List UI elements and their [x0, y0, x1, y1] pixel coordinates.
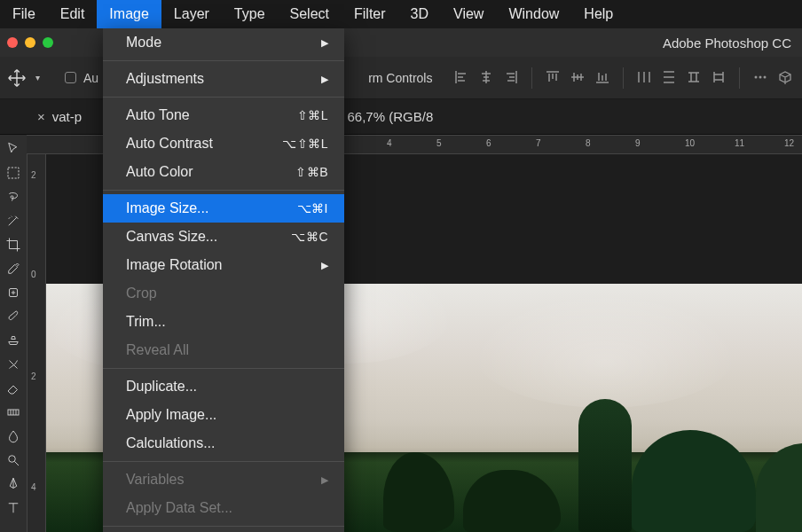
menu-item-label: Auto Color — [126, 164, 193, 180]
eraser-tool[interactable] — [0, 376, 27, 400]
menu-item-label: Variables — [126, 472, 185, 488]
minimize-window-button[interactable] — [25, 37, 35, 48]
menu-item-auto-color[interactable]: Auto Color⇧⌘B — [103, 158, 344, 186]
menu-item-label: Adjustments — [126, 71, 204, 87]
menu-separator — [103, 461, 344, 462]
menu-item-label: Apply Data Set... — [126, 500, 232, 516]
menu-item-shortcut: ⌥⇧⌘L — [282, 137, 328, 151]
menu-item-label: Calculations... — [126, 435, 216, 451]
menu-file[interactable]: File — [0, 0, 48, 28]
align-left-icon[interactable] — [452, 67, 471, 87]
menu-item-label: Auto Tone — [126, 107, 190, 123]
submenu-arrow-icon: ▶ — [321, 474, 328, 486]
ruler-h-tick: 10 — [685, 138, 695, 148]
menu-item-image-rotation[interactable]: Image Rotation▶ — [103, 251, 344, 279]
menu-layer[interactable]: Layer — [161, 0, 222, 28]
document-zoom-colormode: @ 66,7% (RGB/8 — [330, 109, 433, 124]
eyedropper-tool[interactable] — [0, 256, 27, 280]
svg-point-1 — [759, 75, 762, 78]
menu-separator — [103, 526, 344, 527]
menu-item-calculations[interactable]: Calculations... — [103, 429, 344, 458]
menu-image[interactable]: Image — [97, 0, 161, 28]
close-window-button[interactable] — [7, 37, 18, 48]
menu-item-image-size[interactable]: Image Size...⌥⌘I — [103, 194, 344, 223]
chevron-down-icon[interactable]: ▾ — [35, 73, 40, 82]
move-tool-icon[interactable] — [7, 68, 27, 88]
distribute-spacing-h-icon[interactable] — [684, 67, 704, 87]
menu-item-label: Duplicate... — [126, 379, 197, 395]
image-content — [472, 293, 738, 408]
menu-item-label: Canvas Size... — [126, 229, 217, 245]
image-content — [578, 399, 632, 532]
history-brush-tool[interactable] — [0, 352, 27, 376]
menu-edit[interactable]: Edit — [48, 0, 98, 28]
align-top-icon[interactable] — [543, 67, 562, 87]
marquee-tool[interactable] — [0, 160, 27, 184]
align-bottom-icon[interactable] — [593, 67, 612, 87]
menu-item-trim[interactable]: Trim... — [103, 308, 344, 336]
clone-stamp-tool[interactable] — [0, 328, 27, 352]
menu-item-apply-data-set: Apply Data Set... — [103, 494, 344, 522]
tools-panel — [0, 135, 27, 532]
menu-item-duplicate[interactable]: Duplicate... — [103, 372, 344, 401]
submenu-arrow-icon: ▶ — [321, 37, 328, 49]
crop-tool[interactable] — [0, 232, 27, 256]
menu-help[interactable]: Help — [571, 0, 625, 28]
close-tab-icon[interactable]: × — [37, 109, 45, 124]
menu-window[interactable]: Window — [496, 0, 571, 28]
ruler-v-tick: 4 — [31, 482, 36, 492]
spot-healing-tool[interactable] — [0, 280, 27, 304]
document-tab-filename[interactable]: vat-p — [52, 109, 82, 124]
maximize-window-button[interactable] — [43, 37, 53, 48]
menu-item-adjustments[interactable]: Adjustments▶ — [103, 65, 344, 93]
auto-select-label: Au — [83, 71, 98, 85]
menu-filter[interactable]: Filter — [342, 0, 398, 28]
ruler-v-tick: 0 — [31, 270, 36, 279]
ruler-vertical[interactable]: 2024 — [27, 154, 46, 532]
menu-item-mode[interactable]: Mode▶ — [103, 28, 344, 57]
ruler-h-tick: 12 — [784, 138, 794, 148]
image-menu-dropdown: Mode▶Adjustments▶Auto Tone⇧⌘LAuto Contra… — [103, 28, 344, 532]
distribute-spacing-v-icon[interactable] — [709, 67, 728, 87]
menu-item-label: Mode — [126, 35, 161, 51]
more-options-icon[interactable] — [751, 67, 770, 87]
menu-item-shortcut: ⌥⌘C — [291, 230, 328, 244]
brush-tool[interactable] — [0, 304, 27, 328]
menu-item-label: Auto Contrast — [126, 136, 213, 152]
ruler-h-tick: 11 — [735, 138, 744, 148]
menu-type[interactable]: Type — [222, 0, 278, 28]
move-tool[interactable] — [0, 137, 27, 160]
align-vcenter-icon[interactable] — [568, 67, 587, 87]
menu-item-canvas-size[interactable]: Canvas Size...⌥⌘C — [103, 223, 344, 251]
menu-item-auto-contrast[interactable]: Auto Contrast⌥⇧⌘L — [103, 129, 344, 158]
ruler-h-tick: 6 — [486, 138, 491, 148]
lasso-tool[interactable] — [0, 184, 27, 208]
auto-select-checkbox[interactable] — [65, 72, 76, 83]
menu-view[interactable]: View — [441, 0, 496, 28]
type-tool[interactable] — [0, 496, 27, 520]
pen-tool[interactable] — [0, 472, 27, 496]
blur-tool[interactable] — [0, 424, 27, 448]
3d-mode-icon[interactable] — [775, 67, 795, 87]
menu-separator — [103, 368, 344, 369]
menu-select[interactable]: Select — [278, 0, 342, 28]
distribute-v-icon[interactable] — [659, 67, 679, 87]
menu-item-label: Trim... — [126, 314, 166, 330]
svg-rect-3 — [8, 168, 19, 178]
menu-item-reveal-all: Reveal All — [103, 336, 344, 364]
ruler-v-tick: 2 — [31, 170, 36, 180]
distribute-h-icon[interactable] — [634, 67, 654, 87]
align-right-icon[interactable] — [501, 67, 521, 87]
system-menubar: FileEditImageLayerTypeSelectFilter3DView… — [0, 0, 802, 28]
menu-3d[interactable]: 3D — [398, 0, 441, 28]
align-hcenter-icon[interactable] — [476, 67, 496, 87]
dodge-tool[interactable] — [0, 448, 27, 472]
ruler-v-tick: 2 — [31, 372, 36, 381]
ruler-h-tick: 7 — [536, 138, 541, 148]
gradient-tool[interactable] — [0, 400, 27, 424]
menu-item-auto-tone[interactable]: Auto Tone⇧⌘L — [103, 101, 344, 129]
magic-wand-tool[interactable] — [0, 208, 27, 232]
menu-separator — [103, 190, 344, 191]
menu-item-variables: Variables▶ — [103, 466, 344, 494]
menu-item-apply-image[interactable]: Apply Image... — [103, 401, 344, 429]
